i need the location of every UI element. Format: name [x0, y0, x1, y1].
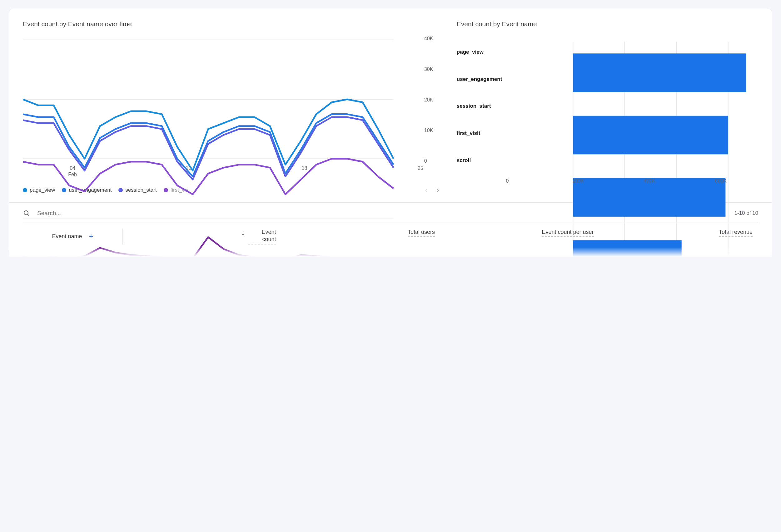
bar-chart-title: Event count by Event name	[457, 20, 758, 28]
line-chart: 40K30K20K10K0 04Feb111825	[23, 36, 439, 180]
bar-chart: page_viewuser_engagementsession_startfir…	[457, 36, 758, 186]
bar-chart-x-axis: 0200K400K600K	[507, 178, 756, 186]
line-chart-pane: Event count by Event name over time 40K3…	[23, 20, 439, 195]
line-chart-x-axis: 04Feb111825	[23, 165, 420, 180]
bar-chart-pane: Event count by Event name page_viewuser_…	[457, 20, 758, 195]
line-chart-y-axis: 40K30K20K10K0	[424, 36, 439, 164]
svg-rect-9	[573, 53, 746, 92]
svg-rect-12	[573, 240, 681, 257]
svg-rect-10	[573, 116, 728, 154]
bar-chart-y-axis: page_viewuser_engagementsession_startfir…	[457, 38, 506, 174]
line-chart-title: Event count by Event name over time	[23, 20, 439, 28]
analytics-card: Event count by Event name over time 40K3…	[9, 9, 772, 257]
